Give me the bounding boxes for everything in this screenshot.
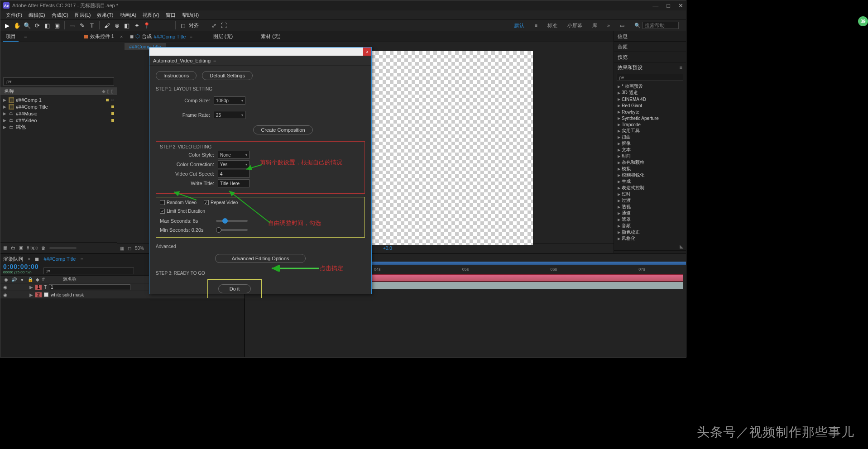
camera-tool-icon[interactable]: ◧ xyxy=(43,21,51,29)
workspace-standard[interactable]: 标准 xyxy=(547,22,557,29)
preset-category[interactable]: ▶抠像 xyxy=(614,140,686,147)
clone-tool-icon[interactable]: ⊗ xyxy=(113,21,121,29)
preset-category[interactable]: ▶模拟 xyxy=(614,166,686,172)
effects-search-input[interactable] xyxy=(617,74,683,81)
preset-category[interactable]: ▶Trapcode xyxy=(614,121,686,128)
sync-icon[interactable]: ▭ xyxy=(620,23,624,29)
preset-category[interactable]: ▶* 动画预设 xyxy=(614,83,686,90)
tab-effect-controls[interactable]: 效果控件 1 xyxy=(90,33,114,40)
menu-comp[interactable]: 合成(C) xyxy=(49,11,71,19)
col-video-icon[interactable]: ◉ xyxy=(3,277,9,282)
hand-tool-icon[interactable]: ✋ xyxy=(13,21,21,29)
pen-tool-icon[interactable]: ✎ xyxy=(78,21,86,29)
workspace-menu-icon[interactable]: ≡ xyxy=(534,23,537,28)
eraser-tool-icon[interactable]: ◧ xyxy=(123,21,131,29)
viewer-menu-icon[interactable]: ≡ xyxy=(189,34,192,39)
region-tool-icon[interactable]: ▣ xyxy=(53,21,61,29)
menu-anim[interactable]: 动画(A) xyxy=(117,11,139,19)
preset-category[interactable]: ▶CINEMA 4D xyxy=(614,96,686,102)
panel-preview[interactable]: 预览 xyxy=(618,54,628,61)
maximize-icon[interactable]: □ xyxy=(667,2,670,9)
trash-icon[interactable]: 🗑 xyxy=(41,245,46,250)
panel-audio[interactable]: 音频 xyxy=(618,43,628,50)
col-source-name[interactable]: 源名称 xyxy=(63,276,77,282)
menu-window[interactable]: 窗口 xyxy=(163,11,178,19)
viewer-comp-name[interactable]: ###Comp Title xyxy=(153,34,186,39)
timecode[interactable]: 0:00:00:00 xyxy=(3,263,39,270)
workspace-library[interactable]: 库 xyxy=(592,22,597,29)
preset-category[interactable]: ▶实用工具 xyxy=(614,128,686,134)
lock-icon[interactable]: ◼ xyxy=(130,34,134,39)
color-style-select[interactable]: None▾ xyxy=(218,151,249,159)
project-item[interactable]: ▶▦###Comp Title xyxy=(0,103,117,110)
random-video-checkbox[interactable] xyxy=(160,200,165,205)
menu-file[interactable]: 文件(F) xyxy=(3,11,25,19)
exposure-value[interactable]: +0.0 xyxy=(383,246,392,251)
preset-category[interactable]: ▶时间 xyxy=(614,153,686,159)
preset-category[interactable]: ▶扭曲 xyxy=(614,134,686,140)
comp-size-select[interactable]: 1080p▾ xyxy=(214,96,245,105)
close-icon[interactable]: ✕ xyxy=(678,2,683,9)
preset-category[interactable]: ▶风格化 xyxy=(614,235,686,242)
max-seconds-slider[interactable] xyxy=(216,220,248,222)
tab-layout[interactable]: 图层 (无) xyxy=(213,33,233,40)
comp-viewer[interactable] xyxy=(372,51,533,245)
project-item[interactable]: ▶🗀###Music xyxy=(0,110,117,117)
zoom-value[interactable]: 50% xyxy=(135,246,144,251)
dialog-menu-icon[interactable]: ≡ xyxy=(213,58,216,63)
col-label-icon[interactable]: ▯ xyxy=(111,89,113,94)
color-correction-select[interactable]: Yes▾ xyxy=(218,160,249,168)
preset-category[interactable]: ▶3D 通道 xyxy=(614,90,686,96)
project-search-input[interactable] xyxy=(3,77,114,86)
snap-icon[interactable]: ◻ xyxy=(179,21,187,29)
tab-timeline-comp[interactable]: ###Comp Title xyxy=(43,256,76,262)
workspace-small[interactable]: 小屏幕 xyxy=(567,22,582,29)
preset-category[interactable]: ▶Synthetic Aperture xyxy=(614,115,686,121)
selection-tool-icon[interactable]: ▶ xyxy=(3,21,11,29)
create-comp-button[interactable]: Create Composition xyxy=(253,125,312,134)
res-icon[interactable]: ▦ xyxy=(120,246,124,251)
visibility-icon[interactable]: ◉ xyxy=(3,285,9,290)
effects-menu-icon[interactable]: ≡ xyxy=(680,65,682,70)
preset-category[interactable]: ▶通道 xyxy=(614,210,686,216)
tl-close-icon[interactable]: × xyxy=(28,256,30,262)
preset-category[interactable]: ▶文本 xyxy=(614,147,686,153)
mask-icon[interactable]: ◻ xyxy=(128,246,131,251)
fit-icon[interactable]: ⛶ xyxy=(220,21,228,29)
preset-category[interactable]: ▶音频 xyxy=(614,223,686,229)
text-tool-icon[interactable]: T xyxy=(88,21,96,29)
tab-project-menu-icon[interactable]: ≡ xyxy=(24,34,27,39)
new-folder-icon[interactable]: 🗀 xyxy=(11,245,15,250)
instructions-button[interactable]: Instructions xyxy=(156,71,197,80)
panel-info[interactable]: 信息 xyxy=(618,33,628,40)
repeat-video-checkbox[interactable]: ✓ xyxy=(204,200,209,205)
zoom-tool-icon[interactable]: 🔍 xyxy=(23,21,31,29)
tl-menu-icon[interactable]: ≡ xyxy=(80,256,83,262)
menu-help[interactable]: 帮助(H) xyxy=(179,11,201,19)
brush-tool-icon[interactable]: 🖌 xyxy=(103,21,111,29)
tab-project[interactable]: 项目 xyxy=(3,32,19,42)
interpret-icon[interactable]: ▦ xyxy=(3,245,7,250)
menu-view[interactable]: 视图(V) xyxy=(140,11,162,19)
min-seconds-slider[interactable] xyxy=(216,229,248,231)
align-label[interactable]: 对齐 xyxy=(189,22,199,29)
default-settings-button[interactable]: Default Settings xyxy=(202,71,253,80)
preset-category[interactable]: ▶透视 xyxy=(614,204,686,210)
effects-corner-icon[interactable]: ◣ xyxy=(680,244,683,249)
preset-category[interactable]: ▶Rowbyte xyxy=(614,109,686,115)
col-audio-icon[interactable]: 🔊 xyxy=(11,277,17,282)
preset-category[interactable]: ▶表达式控制 xyxy=(614,185,686,191)
frame-rate-select[interactable]: 25▾ xyxy=(214,111,245,119)
tab-render-queue[interactable]: 渲染队列 xyxy=(3,256,23,263)
layer-name-input[interactable] xyxy=(49,284,130,290)
roto-tool-icon[interactable]: ✦ xyxy=(133,21,141,29)
tl-lock-icon[interactable]: ◼ xyxy=(35,256,39,262)
menu-layer[interactable]: 图层(L) xyxy=(72,11,93,19)
col-tag-icon[interactable]: ◆ xyxy=(102,89,105,94)
project-item[interactable]: ▶🗀###Video xyxy=(0,117,117,124)
project-zoom-slider[interactable] xyxy=(49,247,77,249)
workspace-default[interactable]: 默认 xyxy=(514,22,524,29)
viewer-close-icon[interactable]: × xyxy=(120,34,123,39)
write-title-input[interactable] xyxy=(218,179,249,187)
preset-category[interactable]: ▶生成 xyxy=(614,178,686,185)
